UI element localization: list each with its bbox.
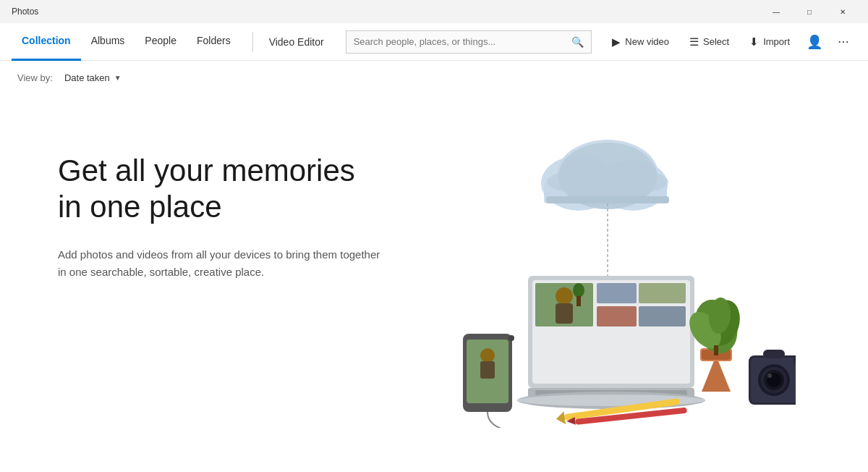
select-icon: ☰: [689, 35, 699, 49]
svg-rect-12: [639, 283, 686, 303]
import-icon: ⬇: [749, 35, 759, 49]
phone-group: [463, 334, 514, 428]
search-input[interactable]: [354, 36, 571, 47]
search-bar: 🔍: [346, 30, 592, 54]
cloud-group: [541, 140, 669, 211]
svg-point-15: [556, 287, 573, 305]
close-button[interactable]: ✕: [826, 0, 859, 23]
viewby-current: Date taken: [64, 72, 110, 83]
laptop-group: [528, 276, 694, 398]
new-video-icon: ▶: [612, 35, 621, 49]
title-bar-controls: — □ ✕: [760, 0, 859, 23]
more-icon: ⋯: [838, 35, 849, 49]
svg-rect-16: [556, 303, 573, 324]
viewby-bar: View by: Date taken ▼: [0, 61, 868, 95]
select-button[interactable]: ☰ Select: [681, 29, 738, 55]
text-section: Get all your memoriesin one place Add ph…: [58, 124, 434, 281]
illustration: [434, 109, 796, 428]
tab-video-editor[interactable]: Video Editor: [259, 23, 334, 61]
svg-rect-18: [576, 296, 581, 306]
svg-rect-26: [480, 361, 495, 379]
tab-albums[interactable]: Albums: [81, 23, 135, 61]
svg-point-5: [547, 167, 668, 196]
tab-people[interactable]: People: [135, 23, 187, 61]
svg-point-41: [767, 374, 772, 378]
chevron-down-icon: ▼: [114, 74, 122, 82]
svg-rect-42: [763, 350, 785, 358]
svg-rect-11: [597, 283, 637, 303]
svg-rect-14: [639, 306, 686, 326]
new-video-button[interactable]: ▶ New video: [603, 29, 678, 55]
camera-group: [749, 350, 796, 420]
svg-point-25: [480, 348, 495, 363]
import-button[interactable]: ⬇ Import: [741, 29, 799, 55]
app-title: Photos: [12, 7, 38, 17]
svg-point-17: [573, 283, 584, 298]
nav-divider: [252, 32, 253, 52]
svg-rect-13: [597, 306, 637, 326]
toolbar-actions: ▶ New video ☰ Select ⬇ Import 👤 ⋯: [603, 29, 856, 55]
viewby-label: View by:: [17, 72, 53, 83]
main-headline: Get all your memoriesin one place: [58, 153, 434, 226]
minimize-button[interactable]: —: [760, 0, 793, 23]
more-button[interactable]: ⋯: [830, 29, 856, 55]
import-label: Import: [763, 36, 790, 47]
svg-rect-6: [546, 196, 669, 203]
svg-marker-47: [556, 411, 566, 425]
navbar: Collection Albums People Folders Video E…: [0, 23, 868, 61]
select-label: Select: [703, 36, 729, 47]
illustration-svg: [434, 109, 796, 428]
svg-rect-34: [714, 345, 718, 355]
svg-point-27: [509, 335, 514, 341]
new-video-label: New video: [625, 36, 669, 47]
user-icon: 👤: [807, 34, 822, 50]
nav-tabs: Collection Albums People Folders: [12, 23, 241, 61]
search-icon: 🔍: [571, 36, 584, 48]
tab-folders[interactable]: Folders: [187, 23, 241, 61]
main-content: Get all your memoriesin one place Add ph…: [0, 95, 868, 472]
title-bar-left: Photos: [12, 7, 38, 17]
maximize-button[interactable]: □: [793, 0, 826, 23]
user-button[interactable]: 👤: [801, 29, 827, 55]
viewby-select[interactable]: Date taken ▼: [59, 69, 127, 86]
main-description: Add photos and videos from all your devi…: [58, 246, 391, 281]
title-bar: Photos — □ ✕: [0, 0, 868, 23]
tab-collection[interactable]: Collection: [12, 23, 81, 61]
